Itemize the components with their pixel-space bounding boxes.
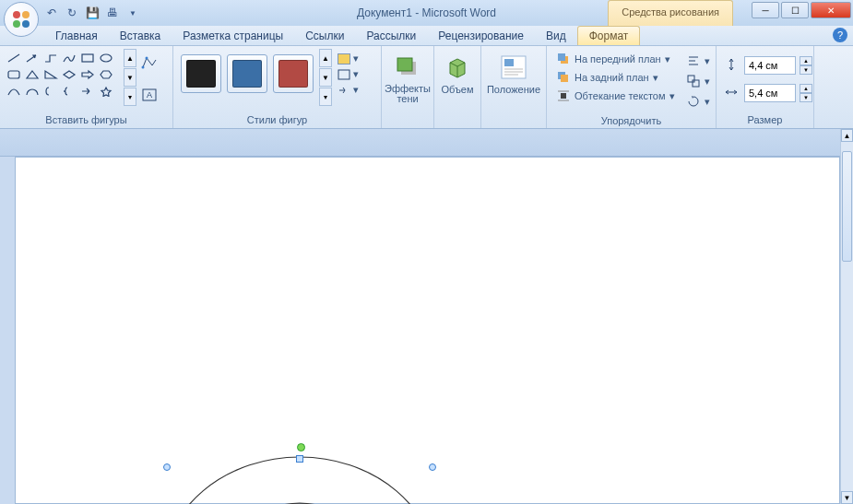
shape-outline-button[interactable]: ▾ bbox=[338, 68, 359, 80]
style-swatch-1[interactable] bbox=[181, 54, 221, 93]
window-title: Документ1 - Microsoft Word bbox=[357, 6, 496, 19]
width-input[interactable]: 5,4 см bbox=[744, 84, 796, 102]
document-canvas[interactable] bbox=[15, 157, 840, 504]
tab-view[interactable]: Вид bbox=[535, 27, 577, 45]
bring-to-front-button[interactable]: На передний план ▾ bbox=[554, 51, 677, 67]
selected-shape-arch[interactable] bbox=[159, 452, 444, 504]
align-icon bbox=[686, 53, 701, 68]
print-icon[interactable]: 🖶 bbox=[105, 6, 120, 20]
svg-rect-22 bbox=[558, 53, 565, 61]
tab-page-layout[interactable]: Разметка страницы bbox=[172, 27, 294, 45]
shape-arrow2-icon[interactable] bbox=[79, 84, 96, 99]
bring-front-icon bbox=[556, 52, 571, 66]
height-down-icon[interactable]: ▼ bbox=[800, 65, 812, 75]
rotation-handle[interactable] bbox=[297, 443, 305, 451]
shape-fill-button[interactable]: ▾ bbox=[338, 53, 359, 64]
shape-curve-icon[interactable] bbox=[6, 84, 22, 99]
text-box-icon[interactable]: A bbox=[140, 86, 159, 104]
shape-line-icon[interactable] bbox=[6, 51, 22, 65]
minimize-button[interactable]: ─ bbox=[752, 2, 779, 18]
ruler-area bbox=[0, 129, 853, 157]
width-row: 5,4 см ▲▼ bbox=[722, 82, 814, 104]
shape-arrow-icon[interactable] bbox=[24, 51, 41, 65]
style-swatch-2[interactable] bbox=[227, 54, 267, 93]
ribbon: ▲ ▼ ▾ A Вставить фигуры ▲ ▼ ▾ bbox=[0, 46, 853, 129]
shape-right-triangle-icon[interactable] bbox=[42, 67, 59, 82]
group-position-btn: Положение bbox=[481, 46, 547, 128]
height-row: 4,4 см ▲▼ bbox=[722, 54, 814, 76]
shape-freeform-icon[interactable] bbox=[61, 51, 77, 65]
scroll-up-icon[interactable]: ▲ bbox=[841, 129, 853, 142]
shapes-gallery[interactable] bbox=[4, 49, 122, 100]
fill-icon bbox=[338, 53, 350, 64]
height-up-icon[interactable]: ▲ bbox=[800, 56, 812, 65]
shape-diamond-icon[interactable] bbox=[61, 67, 77, 82]
svg-line-4 bbox=[8, 54, 19, 62]
shapes-more-icon[interactable]: ▾ bbox=[124, 88, 136, 106]
rotate-icon bbox=[686, 94, 701, 109]
scroll-down-icon[interactable]: ▼ bbox=[841, 491, 853, 504]
shape-arc-icon[interactable] bbox=[24, 84, 41, 99]
text-wrap-icon bbox=[556, 88, 571, 103]
handle-tm[interactable] bbox=[296, 455, 303, 463]
tab-review[interactable]: Рецензирование bbox=[427, 27, 535, 45]
shape-arrow-right-icon[interactable] bbox=[79, 67, 96, 82]
shape-star-icon[interactable] bbox=[98, 84, 114, 99]
3d-effects-button[interactable]: Объем bbox=[438, 49, 477, 95]
qat-dropdown-icon[interactable]: ▼ bbox=[125, 6, 140, 20]
shadow-icon bbox=[393, 53, 422, 82]
group-icon bbox=[686, 74, 701, 88]
group-label-insert-shapes: Вставить фигуры bbox=[4, 112, 169, 127]
shape-oval-icon[interactable] bbox=[98, 51, 114, 65]
shadow-effects-button[interactable]: Эффекты тени bbox=[385, 49, 430, 104]
close-button[interactable]: ✕ bbox=[811, 2, 851, 18]
shape-bracket-icon[interactable] bbox=[42, 84, 59, 99]
tab-home[interactable]: Главная bbox=[44, 27, 109, 45]
shape-triangle-icon[interactable] bbox=[24, 67, 41, 82]
width-down-icon[interactable]: ▼ bbox=[800, 93, 812, 102]
maximize-button[interactable]: ☐ bbox=[781, 2, 809, 18]
scroll-thumb[interactable] bbox=[842, 151, 852, 262]
text-wrap-button[interactable]: Обтекание текстом ▾ bbox=[554, 88, 677, 104]
rotate-button[interactable]: ▾ bbox=[684, 93, 712, 110]
vertical-scrollbar[interactable]: ▲ ▼ bbox=[840, 129, 853, 504]
save-icon[interactable]: 💾 bbox=[85, 6, 100, 20]
group-label-shadow bbox=[385, 112, 430, 127]
style-swatch-3[interactable] bbox=[273, 54, 314, 93]
edit-shape-icon[interactable] bbox=[140, 53, 159, 71]
position-icon bbox=[499, 53, 528, 82]
shape-roundrect-icon[interactable] bbox=[6, 67, 22, 82]
width-up-icon[interactable]: ▲ bbox=[800, 84, 812, 93]
tab-format[interactable]: Формат bbox=[577, 26, 641, 45]
styles-more-icon[interactable]: ▾ bbox=[319, 88, 332, 106]
send-to-back-button[interactable]: На задний план ▾ bbox=[554, 69, 677, 86]
group-shape-styles: ▲ ▼ ▾ ▾ ▾ ▾ Стили фигур bbox=[173, 46, 382, 128]
svg-point-0 bbox=[13, 11, 20, 18]
tab-insert[interactable]: Вставка bbox=[109, 27, 172, 45]
ribbon-tabs: Главная Вставка Разметка страницы Ссылки… bbox=[0, 26, 853, 46]
svg-rect-31 bbox=[688, 76, 694, 82]
shape-brace-icon[interactable] bbox=[61, 84, 77, 99]
styles-scroll-down-icon[interactable]: ▼ bbox=[319, 68, 332, 87]
redo-icon[interactable]: ↻ bbox=[65, 6, 79, 20]
shapes-scroll-down-icon[interactable]: ▼ bbox=[124, 68, 136, 87]
align-button[interactable]: ▾ bbox=[684, 53, 712, 69]
group-label-position bbox=[485, 112, 542, 127]
shapes-scroll-up-icon[interactable]: ▲ bbox=[124, 49, 136, 67]
styles-scroll-up-icon[interactable]: ▲ bbox=[319, 49, 332, 67]
handle-tl[interactable] bbox=[163, 463, 171, 471]
group-button[interactable]: ▾ bbox=[684, 73, 712, 89]
office-button[interactable] bbox=[4, 2, 39, 37]
shape-hexagon-icon[interactable] bbox=[98, 67, 114, 82]
tab-references[interactable]: Ссылки bbox=[294, 27, 355, 45]
position-button[interactable]: Положение bbox=[485, 49, 542, 95]
change-shape-button[interactable]: ▾ bbox=[338, 84, 359, 96]
height-input[interactable]: 4,4 см bbox=[744, 56, 796, 75]
undo-icon[interactable]: ↶ bbox=[44, 6, 59, 20]
shape-rect-icon[interactable] bbox=[79, 51, 96, 65]
handle-tr[interactable] bbox=[429, 463, 436, 471]
shape-connector-icon[interactable] bbox=[42, 51, 59, 65]
help-icon[interactable]: ? bbox=[833, 28, 847, 42]
svg-point-10 bbox=[146, 57, 148, 60]
tab-mailings[interactable]: Рассылки bbox=[355, 27, 427, 45]
